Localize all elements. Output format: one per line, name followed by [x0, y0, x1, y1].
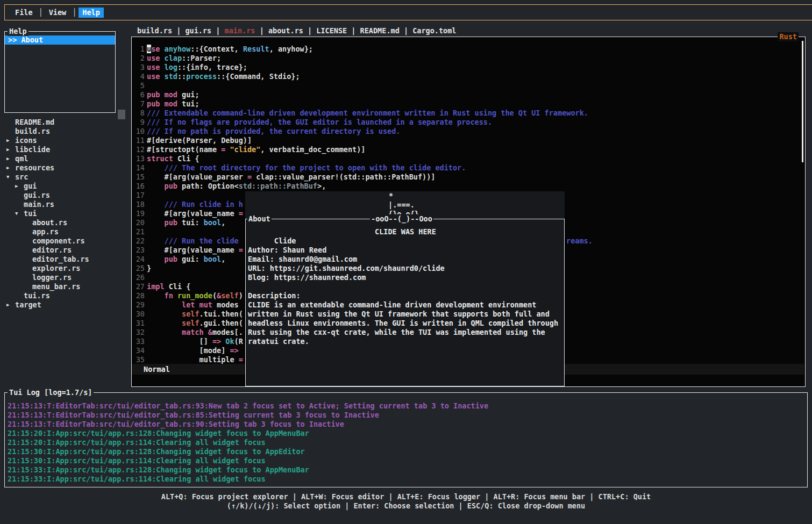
code-line: 10/// If no path is provided, the curren…: [136, 127, 797, 136]
line-number: 24: [136, 255, 145, 264]
line-number: 27: [136, 282, 145, 291]
code-line: 11#[derive(Parser, Debug)]: [136, 136, 797, 145]
line-number: 28: [136, 291, 145, 300]
explorer-scrollbar-thumb[interactable]: [118, 110, 125, 119]
tree-item-menu-bar-rs[interactable]: menu_bar.rs: [0, 282, 129, 291]
tab-separator: |: [211, 26, 224, 35]
editor-tab-bar: build.rs | gui.rs | main.rs | about.rs |…: [137, 26, 456, 35]
line-number: 4: [136, 72, 145, 81]
line-number: 35: [136, 355, 145, 364]
log-entry: 21:15:13:T:EditorTab:src/tui/editor_tab.…: [8, 411, 805, 420]
line-number: 30: [136, 310, 145, 319]
log-panel-title: Tui Log [log=1.7/s]: [8, 388, 94, 397]
line-number: 2: [136, 54, 145, 63]
tab-gui-rs[interactable]: gui.rs: [185, 26, 211, 35]
tree-item-gui-rs[interactable]: gui.rs: [0, 191, 129, 200]
tree-item-main-rs[interactable]: main.rs: [0, 200, 129, 209]
tree-item-editor-rs[interactable]: editor.rs: [0, 246, 129, 255]
about-text-line: Rust using the cxx-qt crate, while the T…: [248, 328, 562, 337]
tab-license[interactable]: LICENSE: [316, 26, 347, 35]
tree-item-editor-tab-rs[interactable]: editor_tab.rs: [0, 255, 129, 264]
about-text-line: URL: https://git.shaunreed.com/shaunrd0/…: [248, 264, 562, 273]
tree-item-build-rs[interactable]: build.rs: [0, 127, 129, 136]
editor-scrollbar-thumb[interactable]: [802, 41, 803, 162]
tab-cargo-toml[interactable]: Cargo.toml: [412, 26, 456, 35]
chevron-right-icon: ▶: [6, 300, 15, 310]
about-text-line: Blog: https://shaunreed.com: [248, 273, 562, 282]
tree-item-target[interactable]: ▶target: [0, 300, 129, 310]
log-entry: 21:15:30:I:App:src/tui/app.rs:114:Cleari…: [8, 456, 805, 465]
tree-item-component-rs[interactable]: component.rs: [0, 236, 129, 246]
code-overflow-fragment: reams.: [566, 236, 593, 246]
line-number: 14: [136, 163, 145, 173]
line-number: 13: [136, 154, 145, 163]
menu-separator: │: [72, 8, 76, 17]
code-line: 9/// If no flags are provided, the GUI e…: [136, 118, 797, 127]
app-tagline: CLIDE WAS HERE: [375, 227, 436, 236]
menu-separator: │: [39, 8, 43, 17]
ascii-art-line: |.===.: [388, 200, 415, 210]
tab-about-rs[interactable]: about.rs: [268, 26, 303, 35]
tree-item-label: tui.rs: [24, 291, 50, 300]
line-number: 31: [136, 319, 145, 328]
about-popup-content: Clide CLIDE WAS HERE Author: Shaun ReedE…: [248, 227, 562, 346]
tree-item-about-rs[interactable]: about.rs: [0, 218, 129, 227]
tree-item-gui[interactable]: ▶gui: [0, 182, 129, 191]
chevron-right-icon: ▶: [6, 154, 15, 163]
line-number: 26: [136, 273, 145, 282]
tree-item-icons[interactable]: ▶icons: [0, 136, 129, 145]
menu-item-help[interactable]: Help: [79, 8, 104, 18]
line-number: 21: [136, 227, 145, 236]
tree-item-readme-md[interactable]: README.md: [0, 118, 129, 127]
about-popup: *|.===.{}o o{} About -ooO--(_)--Ooo Clid…: [245, 191, 565, 386]
tree-item-libclide[interactable]: ▶libclide: [0, 145, 129, 154]
tree-item-explorer-rs[interactable]: explorer.rs: [0, 264, 129, 273]
code-line: 16 pub path: Option<std::path::PathBuf>,: [136, 182, 797, 191]
log-entry: 21:15:13:T:EditorTab:src/tui/editor_tab.…: [8, 401, 805, 411]
about-text-line: headless Linux environments. The GUI is …: [248, 319, 562, 328]
tree-item-tui[interactable]: ▼tui: [0, 209, 129, 218]
tab-main-rs[interactable]: main.rs: [225, 26, 255, 35]
line-number: 20: [136, 218, 145, 227]
log-entries: 21:15:13:T:EditorTab:src/tui/editor_tab.…: [8, 401, 805, 484]
tree-item-label: build.rs: [15, 127, 50, 136]
tree-item-logger-rs[interactable]: logger.rs: [0, 273, 129, 282]
code-line: 14 /// The root directory for the projec…: [136, 163, 797, 173]
tree-item-resources[interactable]: ▶resources: [0, 163, 129, 173]
tree-item-app-rs[interactable]: app.rs: [0, 227, 129, 236]
tab-separator: |: [303, 26, 316, 35]
about-text-line: [248, 282, 562, 291]
tab-build-rs[interactable]: build.rs: [137, 26, 172, 35]
tree-item-label: gui: [24, 182, 37, 191]
tree-item-label: editor_tab.rs: [32, 255, 89, 264]
menu-bar: File│View│Help: [4, 4, 812, 20]
log-entry: 21:15:20:I:App:src/tui/app.rs:128:Changi…: [8, 429, 805, 438]
tree-item-label: qml: [15, 154, 28, 163]
chevron-right-icon: ▶: [6, 145, 15, 154]
tree-item-tui-rs[interactable]: tui.rs: [0, 291, 129, 300]
line-number: 1: [136, 45, 145, 54]
code-line: 15 #[arg(value_parser = clap::value_pars…: [136, 173, 797, 182]
tree-item-qml[interactable]: ▶qml: [0, 154, 129, 163]
dropdown-item-about[interactable]: >> About: [5, 35, 115, 45]
about-text-line: Description:: [248, 291, 562, 300]
tree-item-label: logger.rs: [32, 273, 72, 282]
tree-item-label: gui.rs: [24, 191, 50, 200]
line-number: 16: [136, 182, 145, 191]
ascii-art-footprints: -ooO--(_)--Ooo: [370, 214, 433, 224]
tree-item-label: main.rs: [24, 200, 54, 209]
tree-item-label: component.rs: [32, 236, 85, 246]
tree-item-label: editor.rs: [32, 246, 72, 255]
line-number: 12: [136, 145, 145, 154]
tree-item-src[interactable]: ▼src: [0, 173, 129, 182]
about-text-line: Email: shaunrd0@gmail.com: [248, 255, 562, 264]
line-number: 17: [136, 191, 145, 200]
menu-item-file[interactable]: File: [11, 8, 37, 18]
line-number: 25: [136, 264, 145, 273]
tab-readme-md[interactable]: README.md: [360, 26, 400, 35]
about-text-line: ratatui crate.: [248, 337, 562, 346]
line-number: 23: [136, 246, 145, 255]
about-text-line: written in Rust using the Qt UI framewor…: [248, 310, 562, 319]
menu-item-view[interactable]: View: [45, 8, 70, 18]
tree-item-label: libclide: [15, 145, 50, 154]
